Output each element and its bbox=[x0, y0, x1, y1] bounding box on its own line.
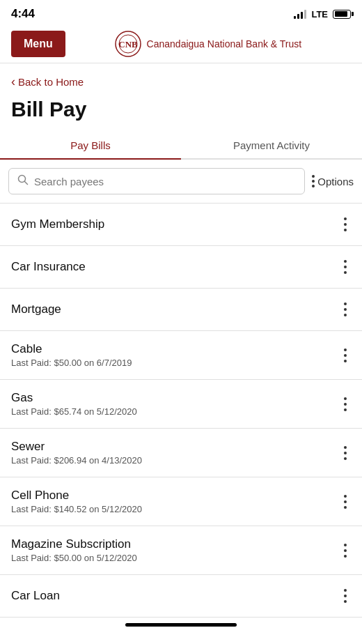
list-item[interactable]: Gym Membership bbox=[0, 204, 362, 246]
tab-pay-bills[interactable]: Pay Bills bbox=[0, 132, 181, 160]
list-item[interactable]: Car Insurance bbox=[0, 246, 362, 289]
tabs-container: Pay Bills Payment Activity bbox=[0, 132, 362, 160]
payee-info: GasLast Paid: $65.74 on 5/12/2020 bbox=[11, 391, 137, 417]
payee-more-options-icon[interactable] bbox=[340, 541, 351, 560]
payee-name: Car Loan bbox=[11, 589, 60, 603]
nav-bar: Menu CNB Canandaigua National Bank & Tru… bbox=[0, 25, 362, 63]
search-row: Options bbox=[0, 160, 362, 203]
home-indicator bbox=[125, 623, 237, 627]
payee-last-paid: Last Paid: $206.94 on 4/13/2020 bbox=[11, 455, 142, 466]
list-item[interactable]: CableLast Paid: $50.00 on 6/7/2019 bbox=[0, 331, 362, 380]
search-wrapper[interactable] bbox=[8, 168, 305, 194]
payee-last-paid: Last Paid: $50.00 on 5/12/2020 bbox=[11, 553, 137, 563]
list-item[interactable]: Magazine SubscriptionLast Paid: $50.00 o… bbox=[0, 526, 362, 575]
payee-info: Car Insurance bbox=[11, 260, 86, 274]
payee-more-options-icon[interactable] bbox=[340, 257, 351, 277]
payees-list: Gym MembershipCar InsuranceMortgageCable… bbox=[0, 203, 362, 618]
status-bar: 4:44 LTE bbox=[0, 0, 362, 25]
payee-more-options-icon[interactable] bbox=[340, 443, 351, 463]
bank-name-label: Canandaigua National Bank & Trust bbox=[147, 38, 302, 49]
payee-name: Gym Membership bbox=[11, 217, 104, 231]
payee-more-options-icon[interactable] bbox=[340, 586, 351, 606]
signal-icon bbox=[294, 9, 306, 19]
payee-name: Mortgage bbox=[11, 302, 61, 316]
payee-more-options-icon[interactable] bbox=[340, 346, 351, 365]
payee-info: SewerLast Paid: $206.94 on 4/13/2020 bbox=[11, 440, 142, 466]
options-button[interactable]: Options bbox=[312, 175, 354, 187]
payee-last-paid: Last Paid: $65.74 on 5/12/2020 bbox=[11, 406, 137, 417]
payee-name: Cable bbox=[11, 342, 132, 356]
list-item[interactable]: Mortgage bbox=[0, 289, 362, 331]
back-link-label: Back to Home bbox=[18, 76, 84, 88]
page-title: Bill Pay bbox=[0, 95, 362, 132]
list-item[interactable]: SewerLast Paid: $206.94 on 4/13/2020 bbox=[0, 429, 362, 477]
payee-last-paid: Last Paid: $50.00 on 6/7/2019 bbox=[11, 358, 132, 368]
payee-more-options-icon[interactable] bbox=[340, 300, 351, 319]
payee-name: Magazine Subscription bbox=[11, 537, 137, 551]
payee-name: Sewer bbox=[11, 440, 142, 454]
payee-info: Gym Membership bbox=[11, 217, 104, 231]
payee-name: Gas bbox=[11, 391, 137, 405]
svg-line-4 bbox=[25, 182, 28, 185]
svg-text:CNB: CNB bbox=[118, 39, 138, 49]
tab-payment-activity[interactable]: Payment Activity bbox=[181, 132, 362, 158]
payee-more-options-icon[interactable] bbox=[340, 394, 351, 414]
payee-name: Car Insurance bbox=[11, 260, 86, 274]
options-label: Options bbox=[317, 176, 354, 187]
payee-info: Car Loan bbox=[11, 589, 60, 603]
payee-info: Magazine SubscriptionLast Paid: $50.00 o… bbox=[11, 537, 137, 563]
battery-icon bbox=[333, 10, 351, 19]
menu-button[interactable]: Menu bbox=[11, 31, 65, 57]
payee-more-options-icon[interactable] bbox=[340, 492, 351, 512]
payee-last-paid: Last Paid: $140.52 on 5/12/2020 bbox=[11, 504, 142, 514]
status-icons: LTE bbox=[294, 9, 351, 20]
list-item[interactable]: GasLast Paid: $65.74 on 5/12/2020 bbox=[0, 380, 362, 429]
back-to-home-link[interactable]: ‹ Back to Home bbox=[0, 63, 362, 95]
search-input[interactable] bbox=[34, 176, 296, 187]
payee-info: CableLast Paid: $50.00 on 6/7/2019 bbox=[11, 342, 132, 368]
back-chevron-icon: ‹ bbox=[11, 75, 15, 89]
payee-info: Cell PhoneLast Paid: $140.52 on 5/12/202… bbox=[11, 489, 142, 514]
status-time: 4:44 bbox=[11, 7, 35, 21]
search-icon bbox=[17, 174, 29, 188]
payee-info: Mortgage bbox=[11, 302, 61, 316]
payee-more-options-icon[interactable] bbox=[340, 215, 351, 234]
list-item[interactable]: Car Loan bbox=[0, 575, 362, 618]
lte-label: LTE bbox=[311, 9, 328, 20]
list-item[interactable]: Cell PhoneLast Paid: $140.52 on 5/12/202… bbox=[0, 477, 362, 526]
payee-name: Cell Phone bbox=[11, 489, 142, 503]
options-dots-icon bbox=[312, 175, 315, 187]
bank-logo-area: CNB Canandaigua National Bank & Trust bbox=[65, 31, 351, 57]
bank-logo-icon: CNB bbox=[115, 31, 141, 57]
